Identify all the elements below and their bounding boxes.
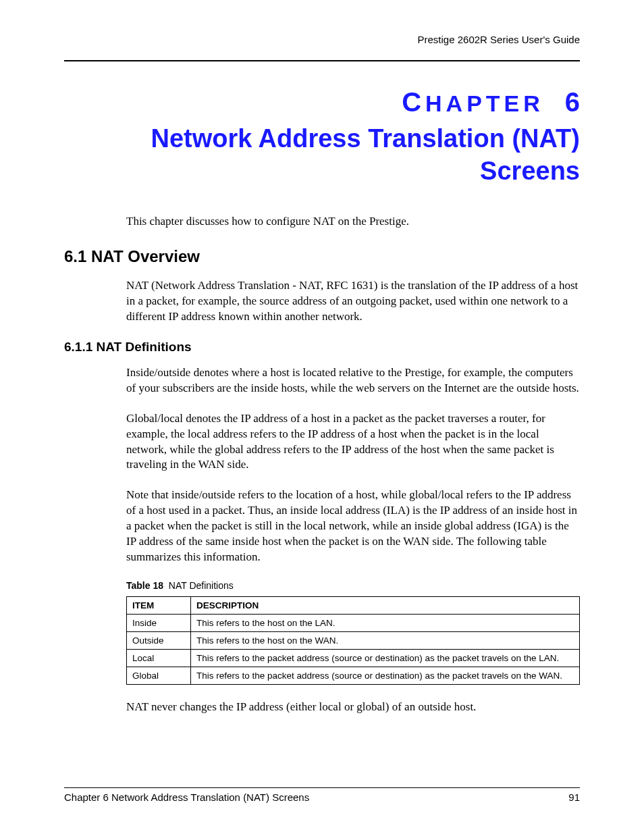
para-6-1-1-a: Inside/outside denotes where a host is l… (126, 365, 580, 396)
para-6-1-1-b: Global/local denotes the IP address of a… (126, 411, 580, 473)
footer-page-number: 91 (568, 791, 580, 803)
page: Prestige 2602R Series User's Guide CHAPT… (0, 0, 644, 834)
chapter-label: CHAPTER 6 (64, 87, 580, 118)
heading-6-1: 6.1 NAT Overview (64, 247, 580, 266)
heading-6-1-1: 6.1.1 NAT Definitions (64, 340, 580, 355)
table-cell-item: Inside (127, 615, 191, 632)
intro-paragraph: This chapter discusses how to configure … (126, 214, 580, 230)
footer-chapter-title: Chapter 6 Network Address Translation (N… (64, 791, 309, 803)
table-row: Local This refers to the packet address … (127, 650, 580, 667)
table-header-description: DESCRIPTION (191, 597, 580, 615)
table-cell-desc: This refers to the packet address (sourc… (191, 667, 580, 685)
nat-definitions-table: ITEM DESCRIPTION Inside This refers to t… (126, 596, 580, 685)
footer: Chapter 6 Network Address Translation (N… (64, 787, 580, 803)
table-cell-desc: This refers to the host on the LAN. (191, 615, 580, 632)
table-caption: Table 18 NAT Definitions (126, 580, 580, 591)
table-cell-item: Global (127, 667, 191, 685)
table-row: Global This refers to the packet address… (127, 667, 580, 685)
header-guide-title: Prestige 2602R Series User's Guide (64, 34, 580, 45)
chapter-title: Network Address Translation (NAT) Screen… (64, 123, 580, 187)
para-6-1-1: NAT (Network Address Translation - NAT, … (126, 278, 580, 325)
para-6-1-1-c: Note that inside/outside refers to the l… (126, 488, 580, 565)
table-row: Outside This refers to the host on the W… (127, 632, 580, 650)
chapter-label-rest: HAPTER (425, 90, 544, 116)
chapter-label-prefix: C (402, 87, 425, 117)
table-cell-desc: This refers to the packet address (sourc… (191, 650, 580, 667)
table-caption-text: NAT Definitions (169, 580, 234, 591)
table-cell-desc: This refers to the host on the WAN. (191, 632, 580, 650)
table-header-row: ITEM DESCRIPTION (127, 597, 580, 615)
header-rule (64, 47, 580, 61)
chapter-number: 6 (565, 87, 580, 117)
table-row: Inside This refers to the host on the LA… (127, 615, 580, 632)
table-header-item: ITEM (127, 597, 191, 615)
table-caption-label: Table 18 (126, 580, 163, 591)
para-after-table: NAT never changes the IP address (either… (126, 700, 580, 715)
table-cell-item: Local (127, 650, 191, 667)
footer-rule (64, 787, 580, 789)
table-cell-item: Outside (127, 632, 191, 650)
